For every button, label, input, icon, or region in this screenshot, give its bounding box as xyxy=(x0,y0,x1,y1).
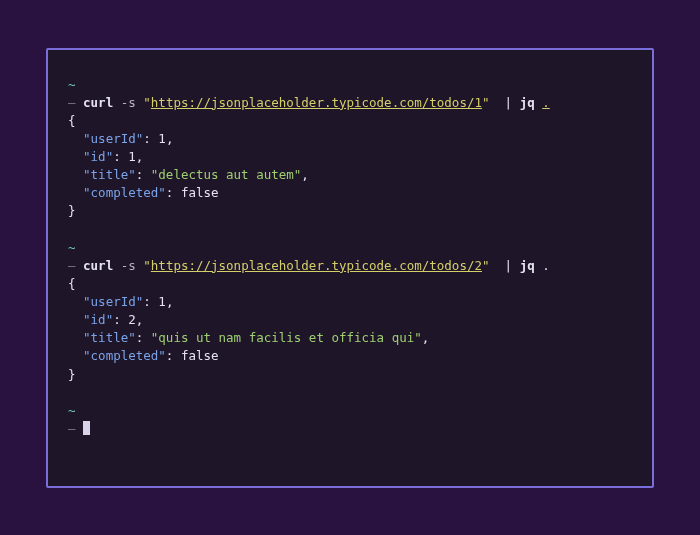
prompt-tilde: ~ xyxy=(68,402,632,420)
command-line: — curl -s "https://jsonplaceholder.typic… xyxy=(68,257,632,275)
json-row: "id": 2, xyxy=(68,311,632,329)
active-prompt[interactable]: — xyxy=(68,420,632,438)
json-open: { xyxy=(68,112,632,130)
json-row: "userId": 1, xyxy=(68,293,632,311)
json-row: "id": 1, xyxy=(68,148,632,166)
cursor xyxy=(83,421,90,435)
url-link[interactable]: https://jsonplaceholder.typicode.com/tod… xyxy=(151,258,482,273)
json-close: } xyxy=(68,202,632,220)
command-line: — curl -s "https://jsonplaceholder.typic… xyxy=(68,94,632,112)
blank-line xyxy=(68,384,632,402)
json-row: "title": "delectus aut autem", xyxy=(68,166,632,184)
url-link[interactable]: https://jsonplaceholder.typicode.com/tod… xyxy=(151,95,482,110)
prompt-tilde: ~ xyxy=(68,76,632,94)
blank-line xyxy=(68,221,632,239)
prompt-tilde: ~ xyxy=(68,239,632,257)
json-close: } xyxy=(68,366,632,384)
terminal-window[interactable]: ~ — curl -s "https://jsonplaceholder.typ… xyxy=(46,48,654,488)
json-row: "completed": false xyxy=(68,347,632,365)
json-row: "userId": 1, xyxy=(68,130,632,148)
json-open: { xyxy=(68,275,632,293)
json-row: "title": "quis ut nam facilis et officia… xyxy=(68,329,632,347)
json-row: "completed": false xyxy=(68,184,632,202)
